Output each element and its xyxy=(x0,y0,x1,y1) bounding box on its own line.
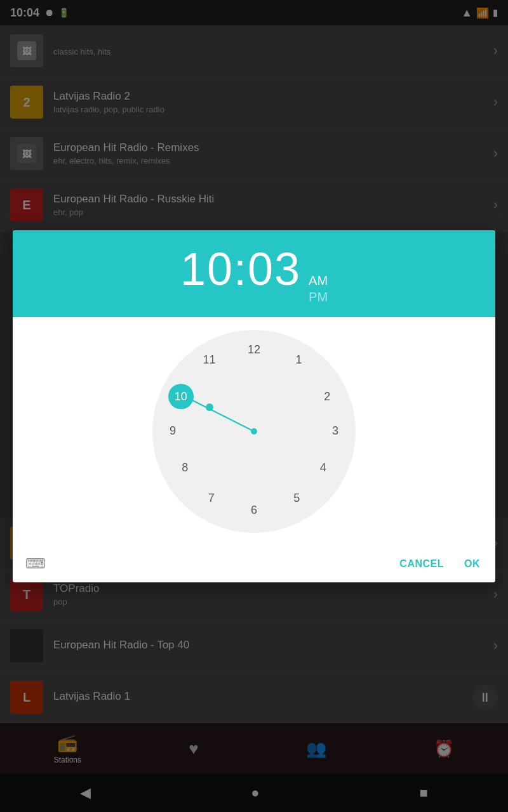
clock-container: 12 1 2 3 4 5 6 7 8 9 xyxy=(13,317,495,546)
dialog-buttons: CANCEL OK xyxy=(397,553,483,575)
colon-display: : xyxy=(234,244,248,294)
ok-button[interactable]: OK xyxy=(462,553,483,575)
clock-face[interactable]: 12 1 2 3 4 5 6 7 8 9 xyxy=(152,330,356,533)
dialog-header: 10:03 AM PM xyxy=(13,230,495,317)
svg-line-4 xyxy=(187,398,254,431)
keyboard-button[interactable]: ⌨ xyxy=(25,556,46,572)
time-value: 10:03 xyxy=(180,243,301,295)
time-display: 10:03 AM PM xyxy=(32,243,476,304)
minutes-display[interactable]: 03 xyxy=(248,244,301,294)
hours-display[interactable]: 10 xyxy=(180,244,234,294)
svg-point-5 xyxy=(251,428,257,435)
ampm-selector: AM PM xyxy=(309,273,328,304)
am-button[interactable]: AM xyxy=(309,273,328,288)
dialog-overlay: 10:03 AM PM 12 1 2 3 4 xyxy=(0,0,508,812)
pm-button[interactable]: PM xyxy=(309,289,328,304)
time-picker-dialog: 10:03 AM PM 12 1 2 3 4 xyxy=(13,230,495,582)
clock-hand-svg xyxy=(152,330,356,533)
svg-point-6 xyxy=(206,403,213,411)
cancel-button[interactable]: CANCEL xyxy=(397,553,446,575)
dialog-actions: ⌨ CANCEL OK xyxy=(13,546,495,582)
